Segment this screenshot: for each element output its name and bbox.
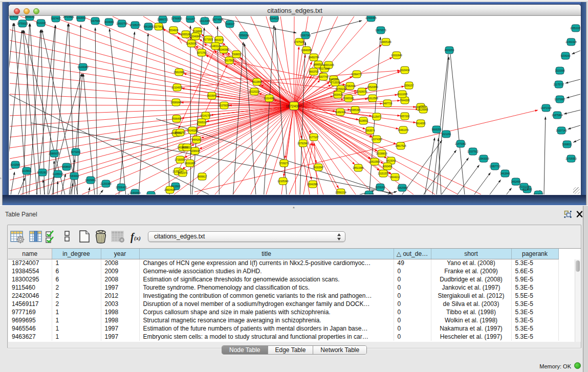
svg-text:13370687: 13370687: [554, 98, 565, 101]
svg-text:21875864: 21875864: [552, 114, 563, 117]
svg-text:20198819: 20198819: [376, 152, 387, 155]
svg-text:14140283: 14140283: [187, 129, 198, 132]
svg-text:14759025: 14759025: [17, 23, 28, 25]
svg-text:7368653: 7368653: [232, 53, 242, 56]
svg-text:8142586: 8142586: [11, 164, 20, 166]
svg-text:20359559: 20359559: [129, 192, 141, 194]
svg-text:12994771: 12994771: [351, 73, 362, 76]
svg-text:10052817: 10052817: [37, 171, 48, 174]
svg-text:1015801: 1015801: [22, 170, 32, 172]
svg-text:18450794: 18450794: [308, 56, 319, 59]
svg-text:15120218: 15120218: [249, 91, 260, 93]
svg-text:18191808: 18191808: [184, 162, 195, 165]
svg-text:21175737: 21175737: [554, 83, 564, 86]
svg-text:5516308: 5516308: [36, 22, 46, 25]
svg-text:22360328: 22360328: [565, 41, 577, 43]
svg-text:10943009: 10943009: [478, 158, 489, 160]
svg-text:22599495: 22599495: [365, 17, 377, 19]
svg-text:22536430: 22536430: [116, 186, 127, 189]
svg-text:8070261: 8070261: [71, 151, 81, 154]
svg-text:4659019: 4659019: [182, 146, 192, 149]
svg-text:2563574: 2563574: [365, 129, 375, 132]
svg-text:2298438: 2298438: [190, 150, 200, 152]
svg-text:18724007: 18724007: [286, 104, 301, 108]
svg-text:17082636: 17082636: [344, 85, 356, 87]
svg-text:2177107: 2177107: [309, 136, 319, 139]
svg-text:9622864: 9622864: [252, 81, 262, 83]
svg-text:10032649: 10032649: [391, 54, 402, 57]
svg-text:25171046: 25171046: [319, 68, 330, 70]
svg-text:11205417: 11205417: [53, 173, 63, 176]
svg-text:4390551: 4390551: [76, 17, 86, 19]
svg-text:13374383: 13374383: [371, 138, 382, 141]
svg-text:22928076: 22928076: [356, 91, 367, 93]
svg-text:15118215: 15118215: [9, 168, 10, 170]
svg-text:8126969: 8126969: [419, 108, 428, 111]
svg-text:6914095: 6914095: [416, 122, 426, 125]
svg-text:21014088: 21014088: [264, 97, 275, 100]
svg-text:12037912: 12037912: [467, 150, 478, 153]
svg-text:25592214: 25592214: [335, 191, 346, 194]
svg-text:15815680: 15815680: [397, 187, 408, 189]
svg-text:18074690: 18074690: [212, 18, 223, 21]
svg-text:6171923: 6171923: [204, 38, 213, 41]
svg-text:3462846: 3462846: [500, 172, 510, 175]
svg-text:8155260: 8155260: [376, 186, 385, 189]
svg-text:5709270: 5709270: [279, 162, 289, 165]
svg-text:18513365: 18513365: [353, 167, 364, 169]
svg-text:5241286: 5241286: [329, 78, 339, 81]
svg-text:3633949: 3633949: [207, 95, 217, 97]
svg-text:19766830: 19766830: [171, 17, 182, 20]
svg-text:11429096: 11429096: [186, 42, 197, 45]
svg-text:14249080: 14249080: [77, 66, 89, 69]
svg-text:21612588: 21612588: [367, 97, 378, 100]
svg-text:1520398: 1520398: [555, 70, 565, 72]
svg-text:(x): (x): [134, 235, 141, 242]
svg-text:6961888: 6961888: [144, 26, 154, 28]
svg-text:9154160: 9154160: [561, 55, 571, 57]
svg-text:2125477: 2125477: [372, 116, 382, 118]
svg-text:1658697: 1658697: [62, 166, 72, 168]
svg-text:25340081: 25340081: [218, 49, 229, 51]
svg-text:7134680: 7134680: [193, 30, 203, 33]
svg-text:17231101: 17231101: [519, 186, 530, 188]
svg-text:6317562: 6317562: [225, 59, 234, 62]
svg-text:16013087: 16013087: [199, 20, 210, 23]
svg-text:4484281: 4484281: [192, 139, 202, 141]
svg-text:3320434: 3320434: [400, 69, 410, 72]
svg-text:1367589: 1367589: [91, 20, 100, 23]
svg-text:25824530: 25824530: [164, 189, 176, 191]
svg-text:5644212: 5644212: [390, 176, 400, 179]
svg-text:9267407: 9267407: [51, 17, 61, 20]
svg-text:16207140: 16207140: [556, 129, 567, 132]
svg-text:21078056: 21078056: [219, 104, 230, 107]
svg-text:25558294: 25558294: [238, 34, 249, 37]
svg-text:5268831: 5268831: [562, 143, 572, 146]
svg-text:24723521: 24723521: [63, 16, 74, 18]
svg-text:15141757: 15141757: [200, 115, 211, 117]
svg-text:20610561: 20610561: [369, 161, 380, 163]
svg-text:3009689: 3009689: [104, 21, 114, 24]
svg-text:13876573: 13876573: [375, 29, 386, 32]
svg-text:16931405: 16931405: [323, 64, 334, 67]
svg-text:23886721: 23886721: [157, 18, 168, 21]
svg-text:2590532: 2590532: [197, 121, 207, 124]
svg-text:13151575: 13151575: [378, 172, 389, 175]
svg-text:19769219: 19769219: [335, 88, 346, 91]
svg-text:21483129: 21483129: [210, 45, 221, 48]
svg-text:24193547: 24193547: [313, 166, 324, 169]
svg-text:5554609: 5554609: [169, 29, 179, 32]
svg-text:20553335: 20553335: [570, 27, 580, 30]
svg-text:9666356: 9666356: [432, 128, 442, 131]
svg-text:1321291: 1321291: [442, 133, 451, 136]
svg-text:24520650: 24520650: [367, 86, 378, 89]
svg-text:8663709: 8663709: [309, 71, 319, 73]
svg-text:3307743: 3307743: [319, 76, 329, 78]
svg-text:16600792: 16600792: [116, 23, 127, 25]
svg-text:22104975: 22104975: [171, 86, 183, 89]
svg-text:13957713: 13957713: [489, 165, 500, 168]
svg-text:7844395: 7844395: [400, 99, 410, 102]
svg-text:9562374: 9562374: [178, 172, 188, 174]
svg-text:14229661: 14229661: [85, 179, 96, 182]
svg-text:21479382: 21479382: [455, 143, 466, 145]
